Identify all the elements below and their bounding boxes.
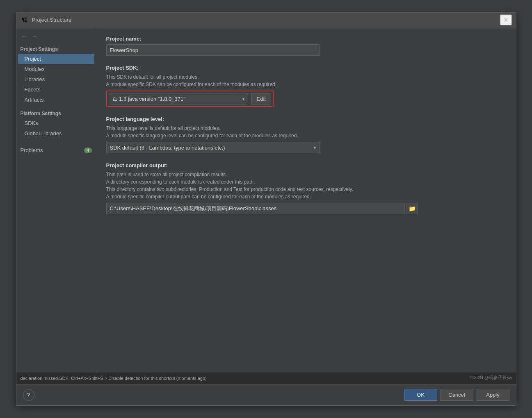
back-button[interactable]: ←: [20, 32, 29, 41]
sdk-edit-button[interactable]: Edit: [251, 93, 271, 104]
apply-button[interactable]: Apply: [477, 389, 509, 401]
close-button[interactable]: ✕: [500, 14, 512, 25]
project-name-label: Project name:: [106, 36, 506, 42]
watermark: CSDN @玩多子长ya: [470, 375, 511, 381]
sdk-select[interactable]: 🗂 1.8 java version "1.8.0_371": [109, 93, 248, 104]
sdk-row: 🗂 1.8 java version "1.8.0_371" ▼ Edit: [106, 91, 274, 107]
language-select-wrapper: SDK default (8 - Lambdas, type annotatio…: [106, 142, 320, 153]
main-content: Project name: Project SDK: This SDK is d…: [96, 27, 516, 373]
platform-settings-label: Platform Settings: [16, 108, 96, 118]
compiler-output-row: 📁: [106, 203, 418, 214]
dialog-footer: ? OK Cancel Apply: [16, 384, 516, 405]
sidebar-item-sdks[interactable]: SDKs: [16, 118, 96, 128]
sidebar-item-sdks-label: SDKs: [25, 120, 38, 126]
project-sdk-label: Project SDK:: [106, 65, 506, 71]
sidebar-item-modules[interactable]: Modules: [16, 64, 96, 74]
folder-icon: 📁: [409, 205, 416, 212]
problems-label: Problems: [21, 147, 43, 153]
project-settings-label: Project Settings: [16, 44, 96, 54]
project-sdk-group: Project SDK: This SDK is default for all…: [106, 65, 506, 107]
nav-arrows: ← →: [16, 31, 96, 44]
sidebar-item-artifacts-label: Artifacts: [25, 97, 44, 103]
sidebar-item-project[interactable]: Project: [18, 54, 94, 64]
problems-badge: 4: [84, 148, 91, 153]
compiler-output-input[interactable]: [106, 203, 405, 214]
ok-button[interactable]: OK: [404, 389, 437, 401]
project-name-group: Project name:: [106, 36, 506, 56]
sidebar-item-global-libraries-label: Global Libraries: [25, 130, 62, 136]
help-button[interactable]: ?: [23, 389, 34, 401]
sidebar-item-facets-label: Facets: [25, 86, 41, 93]
project-compiler-desc: This path is used to store all project c…: [106, 171, 506, 200]
dialog-body: ← → Project Settings Project Modules Lib…: [16, 27, 516, 373]
project-sdk-desc: This SDK is default for all project modu…: [106, 73, 506, 88]
sidebar-item-modules-label: Modules: [25, 66, 45, 72]
project-language-label: Project language level:: [106, 116, 506, 122]
project-name-input[interactable]: [106, 44, 320, 56]
sidebar-item-global-libraries[interactable]: Global Libraries: [16, 128, 96, 139]
sidebar-item-libraries[interactable]: Libraries: [16, 74, 96, 84]
forward-button[interactable]: →: [30, 32, 39, 41]
sidebar-item-project-label: Project: [25, 56, 41, 62]
sidebar-item-libraries-label: Libraries: [25, 76, 45, 82]
browse-folder-button[interactable]: 📁: [406, 203, 418, 214]
sidebar-item-artifacts[interactable]: Artifacts: [16, 95, 96, 105]
project-language-desc: This language level is default for all p…: [106, 125, 506, 139]
project-compiler-group: Project compiler output: This path is us…: [106, 162, 506, 214]
platform-section: Platform Settings SDKs Global Libraries: [16, 108, 96, 139]
app-icon: 🏗: [21, 16, 29, 24]
project-language-group: Project language level: This language le…: [106, 116, 506, 153]
status-text: declaration.missed.SDK: Ctrl+Alt+Shift+S…: [21, 376, 207, 381]
dialog-title: Project Structure: [32, 17, 500, 23]
project-structure-dialog: 🏗 Project Structure ✕ ← → Project Settin…: [16, 12, 516, 406]
sidebar: ← → Project Settings Project Modules Lib…: [16, 27, 96, 373]
sidebar-item-problems[interactable]: Problems 4: [16, 145, 96, 155]
sidebar-item-facets[interactable]: Facets: [16, 84, 96, 95]
status-bar: declaration.missed.SDK: Ctrl+Alt+Shift+S…: [16, 373, 516, 384]
cancel-button[interactable]: Cancel: [441, 389, 473, 401]
title-bar: 🏗 Project Structure ✕: [16, 13, 516, 27]
footer-right: OK Cancel Apply: [404, 389, 509, 401]
sdk-select-wrapper: 🗂 1.8 java version "1.8.0_371" ▼: [109, 93, 248, 104]
project-compiler-label: Project compiler output:: [106, 162, 506, 168]
language-level-select[interactable]: SDK default (8 - Lambdas, type annotatio…: [106, 142, 320, 153]
footer-left: ?: [23, 389, 34, 401]
